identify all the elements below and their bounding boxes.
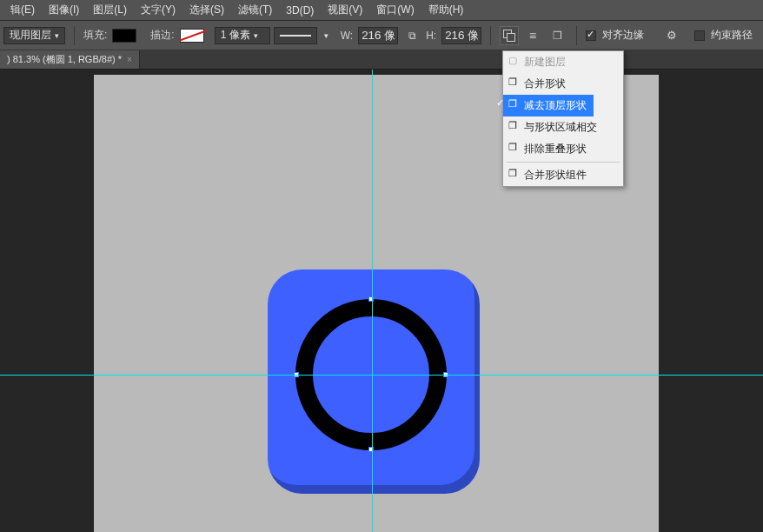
- vertical-guide[interactable]: [372, 70, 373, 532]
- stroke-style-select[interactable]: [274, 27, 317, 44]
- divider: [74, 26, 75, 45]
- combine-icon: ❐: [508, 76, 519, 87]
- options-bar: 现用图层 ▾ 填充: 描边: 1 像素 ▾ ▾ W: H: 对齐边缘 约束路径: [0, 21, 763, 50]
- menu-layer[interactable]: 图层(L): [86, 0, 134, 20]
- layer-mode-select[interactable]: 现用图层 ▾: [3, 27, 65, 44]
- menu-view[interactable]: 视图(V): [321, 0, 369, 20]
- check-icon: ✓: [496, 97, 504, 109]
- menu-new-layer[interactable]: ▢ 新建图层: [503, 51, 623, 73]
- align-edges-checkbox[interactable]: [586, 30, 596, 41]
- menu-filter[interactable]: 滤镜(T): [231, 0, 279, 20]
- exclude-icon: ❐: [508, 142, 519, 152]
- constrain-path-checkbox[interactable]: [694, 30, 705, 41]
- width-label: W:: [341, 30, 353, 42]
- gear-icon[interactable]: [661, 25, 682, 46]
- stroke-swatch[interactable]: [180, 29, 204, 43]
- document-tabs: ) 81.3% (椭圆 1, RGB/8#) * ×: [0, 50, 763, 70]
- height-label: H:: [426, 30, 436, 42]
- path-operations-menu: ▢ 新建图层 ❐ 合并形状 ✓ ❐ 减去顶层形状 ❐ 与形状区域相交 ❐ 排除重…: [502, 50, 624, 187]
- document-tab-title: ) 81.3% (椭圆 1, RGB/8#) *: [7, 53, 122, 66]
- divider: [490, 26, 491, 45]
- align-edges-label: 对齐边缘: [602, 28, 644, 43]
- layer-mode-label: 现用图层: [10, 28, 51, 43]
- stroke-width-value: 1 像素: [221, 28, 250, 43]
- menu-window[interactable]: 窗口(W): [369, 0, 421, 20]
- height-input[interactable]: [441, 27, 481, 44]
- path-operations-button[interactable]: [500, 26, 519, 45]
- square-icon: ▢: [508, 55, 519, 65]
- menu-separator: [507, 162, 620, 163]
- fill-label: 填充:: [83, 28, 107, 43]
- constrain-path-label: 约束路径: [711, 28, 753, 43]
- menu-intersect[interactable]: ❐ 与形状区域相交: [503, 116, 623, 138]
- document-tab[interactable]: ) 81.3% (椭圆 1, RGB/8#) * ×: [0, 50, 140, 69]
- solid-line-icon: [280, 35, 311, 37]
- link-icon[interactable]: [401, 25, 422, 46]
- stroke-width-select[interactable]: 1 像素 ▾: [215, 27, 270, 44]
- menu-subtract-front[interactable]: ✓ ❐ 减去顶层形状: [503, 95, 594, 116]
- chevron-down-icon: ▾: [55, 31, 59, 40]
- merge-icon: ❐: [508, 168, 519, 178]
- horizontal-guide[interactable]: [0, 375, 763, 376]
- workspace: [0, 70, 763, 532]
- anchor-point[interactable]: [368, 447, 374, 452]
- menu-edit[interactable]: 辑(E): [3, 0, 42, 20]
- anchor-point[interactable]: [368, 296, 374, 302]
- chevron-down-icon: ▾: [254, 31, 258, 40]
- main-menubar: 辑(E) 图像(I) 图层(L) 文字(Y) 选择(S) 滤镜(T) 3D(D)…: [0, 0, 763, 21]
- chevron-down-icon: ▾: [324, 31, 328, 40]
- divider: [576, 26, 577, 45]
- menu-merge-components[interactable]: ❐ 合并形状组件: [503, 164, 623, 186]
- menu-select[interactable]: 选择(S): [182, 0, 231, 20]
- fill-swatch[interactable]: [112, 29, 136, 43]
- stroke-label: 描边:: [150, 28, 174, 43]
- menu-3d[interactable]: 3D(D): [279, 2, 321, 19]
- close-icon[interactable]: ×: [127, 55, 132, 64]
- path-align-button[interactable]: [522, 25, 543, 46]
- width-input[interactable]: [358, 27, 398, 44]
- menu-exclude[interactable]: ❐ 排除重叠形状: [503, 138, 623, 160]
- menu-combine-shapes[interactable]: ❐ 合并形状: [503, 73, 623, 95]
- path-arrange-button[interactable]: [547, 25, 567, 46]
- subtract-icon: ❐: [508, 98, 519, 109]
- menu-type[interactable]: 文字(Y): [134, 0, 182, 20]
- menu-image[interactable]: 图像(I): [42, 0, 86, 20]
- intersect-icon: ❐: [508, 120, 519, 130]
- menu-help[interactable]: 帮助(H): [421, 0, 471, 20]
